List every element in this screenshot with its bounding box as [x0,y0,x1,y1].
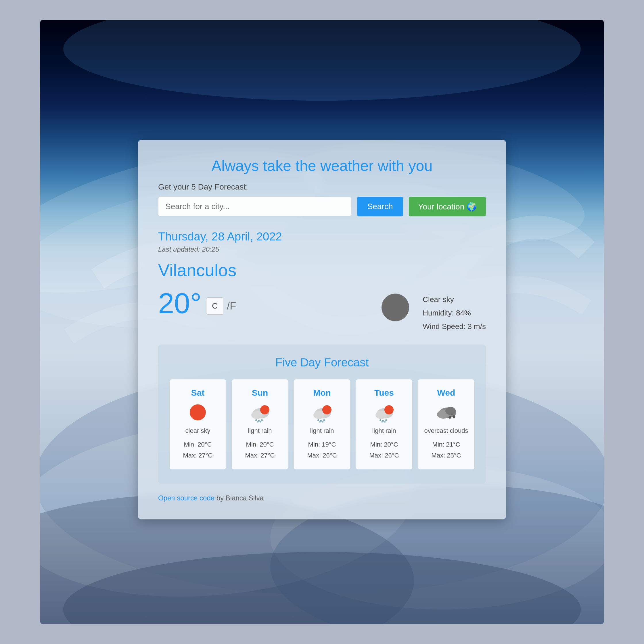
svg-point-35 [384,421,386,423]
forecast-section: Five Day Forecast Sat clear sky Min: 20°… [158,345,486,484]
weather-details: Clear sky Humidity: 84% Wind Speed: 3 m/… [423,293,486,333]
forecast-card-mon: Mon light rain Min: 19°C Max: [294,379,350,469]
forecast-temps-mon: Min: 19°C Max: 26°C [307,439,337,461]
forecast-card-sat: Sat clear sky Min: 20°C Max: 27°C [170,379,226,469]
current-weather-section: Thursday, 28 April, 2022 Last updated: 2… [158,230,486,333]
svg-point-22 [322,405,331,415]
forecast-desc-wed: overcast clouds [424,427,468,435]
weather-current-area: 20° C /F Clear sky Humid [158,289,486,333]
svg-point-14 [260,405,269,415]
svg-point-41 [451,414,453,415]
svg-point-16 [258,420,260,422]
forecast-icon-sun [247,403,273,423]
location-button[interactable]: Your location 🌍 [409,197,486,216]
svg-point-38 [445,407,456,415]
open-source-link[interactable]: Open source code [158,494,214,502]
forecast-card-tues: Tues light rain Min: 20°C Max [356,379,412,469]
celsius-button[interactable]: C [206,297,223,315]
svg-point-9 [63,552,581,624]
forecast-icon-tues [371,403,397,423]
forecast-desc-tues: light rain [372,427,396,435]
svg-point-24 [320,420,322,422]
forecast-temps-sun: Min: 20°C Max: 27°C [245,439,275,461]
svg-point-40 [453,415,455,418]
svg-point-39 [449,416,451,419]
forecast-day-wed: Wed [437,388,455,398]
search-button[interactable]: Search [357,197,403,216]
forecast-desc-sat: clear sky [185,427,210,435]
svg-point-17 [261,419,263,421]
footer-suffix: by Bianca Silva [214,494,264,502]
city-name: Vilanculos [158,260,486,280]
forecast-title: Five Day Forecast [170,356,474,369]
forecast-desc-sun: light rain [248,427,272,435]
forecast-temps-sat: Min: 20°C Max: 27°C [183,439,213,461]
svg-point-27 [322,421,324,423]
search-row: Search Your location 🌍 [158,197,486,216]
svg-point-0 [63,20,581,101]
svg-point-26 [319,421,321,423]
current-date: Thursday, 28 April, 2022 [158,230,486,243]
forecast-temps-tues: Min: 20°C Max: 26°C [369,439,399,461]
forecast-day-sat: Sat [191,388,205,398]
app-title: Always take the weather with you [158,157,486,174]
svg-point-23 [317,419,319,421]
forecast-card-wed: Wed overcast clouds Min: 21°C [418,379,474,469]
svg-point-32 [382,420,384,422]
svg-point-34 [382,421,383,423]
background: Always take the weather with you Get you… [40,20,604,624]
last-updated: Last updated: 20:25 [158,245,486,253]
app-card: Always take the weather with you Get you… [138,140,506,519]
forecast-day-tues: Tues [374,388,394,398]
forecast-icon-mon [309,403,335,423]
svg-point-33 [385,419,387,421]
forecast-day-sun: Sun [252,388,268,398]
forecast-icon-wed [433,403,459,423]
wind-speed-text: Wind Speed: 3 m/s [423,320,486,333]
unit-divider: /F [227,300,236,312]
svg-point-25 [323,419,325,421]
current-weather-icon [379,292,411,324]
search-input[interactable] [158,197,351,216]
forecast-card-sun: Sun light rain [232,379,288,469]
forecast-icon-sat [185,403,211,423]
forecast-cards: Sat clear sky Min: 20°C Max: 27°C Sun [170,379,474,469]
condition-text: Clear sky [423,293,486,306]
svg-point-30 [384,405,394,415]
forecast-desc-mon: light rain [310,427,334,435]
svg-point-10 [382,294,409,321]
svg-point-19 [260,421,262,423]
forecast-temps-wed: Min: 21°C Max: 25°C [432,439,461,461]
temperature: 20° [158,289,202,317]
svg-point-31 [379,419,381,421]
temp-units: C /F [206,297,237,315]
humidity-text: Humidity: 84% [423,306,486,320]
footer: Open source code by Bianca Silva [158,494,486,502]
svg-point-15 [255,419,257,421]
svg-point-11 [190,405,206,421]
forecast-day-mon: Mon [313,388,331,398]
svg-point-18 [257,421,259,423]
forecast-label: Get your 5 Day Forecast: [158,182,486,191]
